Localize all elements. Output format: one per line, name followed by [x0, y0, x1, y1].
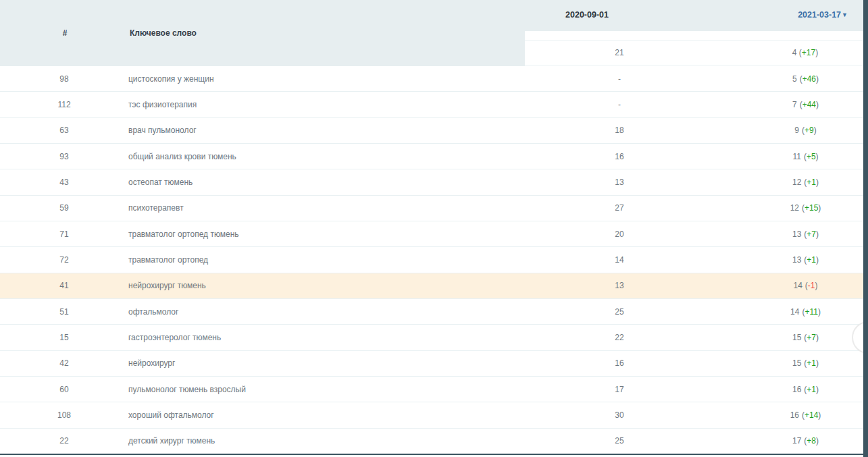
table-row[interactable]: 42 нейрохирург 16 15(+1)	[0, 351, 863, 377]
paren-close: )	[816, 230, 819, 239]
row-delta: +9	[805, 126, 814, 135]
row-keyword: травматолог ортопед	[128, 255, 525, 265]
row-keyword: психотерапевт	[128, 203, 525, 213]
row-pos-prev: 16	[525, 358, 714, 368]
row-pos-prev: 30	[525, 410, 714, 420]
row-number: 71	[0, 230, 128, 239]
row-keyword: тэс физиотерапия	[128, 100, 525, 109]
column-header-keyword: Ключевое слово	[130, 28, 197, 38]
table-row[interactable]: 60 пульмонолог тюмень взрослый 17 16(+1)	[0, 377, 863, 402]
row-keyword: офтальмолог	[128, 307, 525, 317]
row-number: 22	[0, 436, 128, 446]
row-pos-new: 5	[792, 74, 797, 84]
partial-row[interactable]: 21 4 (+17)	[525, 40, 863, 65]
row-number: 15	[0, 333, 128, 342]
paren-close: )	[814, 126, 817, 135]
column-header-date-current[interactable]: 2021-03-17▼	[798, 10, 848, 20]
date-current-label: 2021-03-17	[798, 10, 841, 20]
row-delta: +14	[805, 410, 818, 420]
row-number: 51	[0, 307, 128, 317]
row-pos-prev: 25	[525, 307, 714, 317]
table-row[interactable]: 43 остеопат тюмень 13 12(+1)	[0, 169, 863, 195]
paren-close: )	[816, 358, 819, 368]
row-pos-new: 16	[792, 385, 801, 394]
row-pos-prev: 17	[525, 385, 714, 394]
row-keyword: нейрохирург тюмень	[128, 281, 525, 290]
keyword-positions-screen: 98 цистоскопия у женщин - 5(+46) 112 тэс…	[0, 0, 868, 457]
table-row[interactable]: 63 врач пульмонолог 18 9(+9)	[0, 118, 863, 144]
sort-descending-icon: ▼	[842, 11, 848, 18]
row-pos-current: 17(+8)	[714, 436, 863, 446]
row-number: 43	[0, 178, 128, 187]
row-pos-new: 16	[790, 410, 799, 420]
row-pos-current: 11(+5)	[714, 152, 863, 161]
paren-close: )	[815, 281, 818, 290]
row-pos-prev: 25	[525, 436, 714, 446]
table-row[interactable]: 112 тэс физиотерапия - 7(+44)	[0, 92, 863, 117]
row-number: 72	[0, 255, 128, 265]
row-number: 60	[0, 385, 128, 394]
row-pos-prev: 13	[525, 281, 714, 290]
row-keyword: травматолог ортопед тюмень	[128, 230, 525, 239]
row-pos-current: 13(+1)	[714, 255, 863, 265]
row-delta: -1	[808, 281, 815, 290]
table-row[interactable]: 59 психотерапевт 27 12(+15)	[0, 196, 863, 221]
row-pos-new: 13	[792, 230, 801, 239]
paren-close: )	[818, 307, 821, 317]
row-pos-current: 15(+1)	[714, 358, 863, 368]
row-delta: +1	[807, 255, 816, 265]
paren-close: )	[815, 48, 818, 57]
row-pos-current: 12(+15)	[714, 203, 863, 213]
table-bottom-border	[0, 454, 863, 455]
paren-close: )	[816, 385, 819, 394]
row-delta: +15	[805, 203, 818, 213]
column-header-date-prev[interactable]: 2020-09-01	[565, 10, 609, 20]
table-row[interactable]: 41 нейрохирург тюмень 13 14(-1)	[0, 273, 863, 299]
table-row[interactable]: 15 гастроэнтеролог тюмень 22 15(+7)	[0, 325, 863, 350]
row-number: 63	[0, 126, 128, 135]
row-delta: +5	[807, 152, 816, 161]
row-number: 108	[0, 410, 128, 420]
row-pos-new: 15	[792, 333, 801, 342]
row-delta: +7	[807, 230, 816, 239]
paren-close: )	[818, 203, 821, 213]
partial-pos-current: 4 (+17)	[792, 48, 818, 57]
row-delta: +1	[807, 358, 816, 368]
table-row[interactable]: 98 цистоскопия у женщин - 5(+46)	[0, 66, 863, 92]
row-pos-prev: -	[525, 74, 714, 84]
row-keyword: цистоскопия у женщин	[128, 74, 525, 84]
row-pos-new: 15	[792, 358, 801, 368]
row-pos-current: 9(+9)	[714, 126, 863, 135]
row-delta: +8	[807, 436, 816, 446]
row-pos-new: 11	[792, 152, 800, 161]
row-pos-prev: 13	[525, 178, 714, 187]
row-pos-new: 9	[794, 126, 799, 135]
row-pos-prev: 16	[525, 152, 714, 161]
partial-pos-prev: 21	[615, 48, 623, 57]
paren-close: )	[818, 410, 821, 420]
table-row[interactable]: 108 хороший офтальмолог 30 16(+14)	[0, 402, 863, 428]
window-edge-bar	[863, 0, 868, 457]
row-pos-new: 14	[793, 281, 802, 290]
paren-close: )	[816, 436, 819, 446]
paren-close: )	[816, 255, 819, 265]
row-pos-prev: 22	[525, 333, 714, 342]
table-row[interactable]: 72 травматолог ортопед 14 13(+1)	[0, 247, 863, 273]
table-row[interactable]: 22 детский хирург тюмень 25 17(+8)	[0, 429, 863, 454]
row-pos-current: 14(+11)	[714, 307, 863, 317]
table-row[interactable]: 71 травматолог ортопед тюмень 20 13(+7)	[0, 221, 863, 247]
row-number: 42	[0, 358, 128, 368]
row-keyword: пульмонолог тюмень взрослый	[128, 385, 525, 394]
row-pos-new: 13	[792, 255, 801, 265]
table-row[interactable]: 93 общий анализ крови тюмень 16 11(+5)	[0, 144, 863, 169]
row-keyword: гастроэнтеролог тюмень	[128, 333, 525, 342]
keyword-table-body: 98 цистоскопия у женщин - 5(+46) 112 тэс…	[0, 65, 863, 454]
row-delta: +1	[807, 178, 816, 187]
row-pos-current: 14(-1)	[714, 281, 863, 290]
row-pos-current: 12(+1)	[714, 178, 863, 187]
paren-close: )	[816, 178, 819, 187]
row-keyword: остеопат тюмень	[128, 178, 525, 187]
row-pos-prev: 14	[525, 255, 714, 265]
table-row[interactable]: 51 офтальмолог 25 14(+11)	[0, 299, 863, 325]
row-pos-prev: 20	[525, 230, 714, 239]
